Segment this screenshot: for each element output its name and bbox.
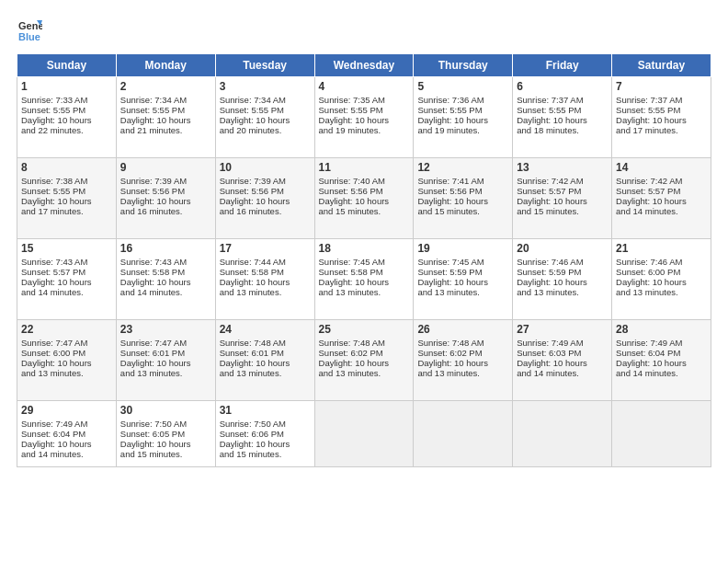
day-info-line: Daylight: 10 hours [616, 115, 707, 125]
day-info-line: Sunset: 6:01 PM [220, 348, 311, 358]
day-info-line: and 15 minutes. [220, 449, 311, 459]
day-info-line: Sunrise: 7:45 AM [417, 257, 508, 267]
day-info-line: and 19 minutes. [417, 125, 508, 135]
day-info-line: and 13 minutes. [517, 287, 608, 297]
day-info-line: and 13 minutes. [220, 287, 311, 297]
day-info-line: Sunset: 5:55 PM [517, 105, 608, 115]
day-info-line: Sunrise: 7:40 AM [319, 176, 410, 186]
day-info-line: and 15 minutes. [120, 449, 211, 459]
calendar-cell: 23Sunrise: 7:47 AMSunset: 6:01 PMDayligh… [116, 320, 215, 401]
weekday-header-wednesday: Wednesday [314, 54, 414, 77]
day-info-line: and 18 minutes. [517, 125, 608, 135]
day-info-line: Sunset: 5:56 PM [220, 186, 311, 196]
weekday-header-sunday: Sunday [17, 54, 117, 77]
day-info-line: and 17 minutes. [616, 125, 707, 135]
day-info-line: Sunset: 6:04 PM [616, 348, 707, 358]
day-info-line: Sunset: 5:55 PM [616, 105, 707, 115]
day-info-line: Sunrise: 7:34 AM [220, 95, 311, 105]
calendar-cell: 11Sunrise: 7:40 AMSunset: 5:56 PMDayligh… [314, 158, 414, 239]
weekday-header-row: SundayMondayTuesdayWednesdayThursdayFrid… [17, 54, 711, 77]
calendar-cell: 22Sunrise: 7:47 AMSunset: 6:00 PMDayligh… [17, 320, 117, 401]
day-info-line: Sunset: 6:00 PM [616, 267, 707, 277]
day-info-line: Sunset: 5:55 PM [120, 105, 211, 115]
header: General Blue [17, 17, 711, 42]
day-info-line: Sunset: 6:00 PM [21, 348, 112, 358]
day-number: 3 [220, 80, 311, 93]
calendar-cell: 12Sunrise: 7:41 AMSunset: 5:56 PMDayligh… [414, 158, 513, 239]
day-info-line: Daylight: 10 hours [517, 115, 608, 125]
week-row-4: 29Sunrise: 7:49 AMSunset: 6:04 PMDayligh… [17, 401, 711, 467]
day-info-line: Daylight: 10 hours [21, 358, 112, 368]
week-row-1: 8Sunrise: 7:38 AMSunset: 5:55 PMDaylight… [17, 158, 711, 239]
day-number: 2 [120, 80, 211, 93]
day-number: 29 [21, 404, 112, 417]
day-info-line: Sunrise: 7:49 AM [616, 338, 707, 348]
day-info-line: Daylight: 10 hours [21, 115, 112, 125]
day-info-line: Sunrise: 7:37 AM [517, 95, 608, 105]
weekday-header-tuesday: Tuesday [215, 54, 314, 77]
day-info-line: Sunset: 5:58 PM [120, 267, 211, 277]
day-info-line: Sunset: 5:55 PM [220, 105, 311, 115]
calendar-cell: 25Sunrise: 7:48 AMSunset: 6:02 PMDayligh… [314, 320, 414, 401]
day-info-line: Sunrise: 7:34 AM [120, 95, 211, 105]
calendar-cell: 28Sunrise: 7:49 AMSunset: 6:04 PMDayligh… [612, 320, 711, 401]
day-info-line: Sunset: 5:56 PM [319, 186, 410, 196]
day-number: 22 [21, 323, 112, 336]
day-info-line: Daylight: 10 hours [120, 115, 211, 125]
day-info-line: Daylight: 10 hours [120, 358, 211, 368]
day-info-line: Sunrise: 7:42 AM [616, 176, 707, 186]
week-row-3: 22Sunrise: 7:47 AMSunset: 6:00 PMDayligh… [17, 320, 711, 401]
day-info-line: Sunset: 6:05 PM [120, 429, 211, 439]
calendar-cell: 16Sunrise: 7:43 AMSunset: 5:58 PMDayligh… [116, 239, 215, 320]
calendar-cell: 15Sunrise: 7:43 AMSunset: 5:57 PMDayligh… [17, 239, 117, 320]
day-number: 31 [220, 404, 311, 417]
day-number: 26 [417, 323, 508, 336]
day-info-line: Sunset: 6:04 PM [21, 429, 112, 439]
day-info-line: Sunset: 5:58 PM [220, 267, 311, 277]
calendar-cell: 29Sunrise: 7:49 AMSunset: 6:04 PMDayligh… [17, 401, 117, 467]
day-info-line: Sunset: 5:56 PM [417, 186, 508, 196]
day-info-line: Sunrise: 7:46 AM [517, 257, 608, 267]
day-info-line: Daylight: 10 hours [517, 277, 608, 287]
day-number: 23 [120, 323, 211, 336]
day-info-line: Sunrise: 7:45 AM [319, 257, 410, 267]
day-info-line: Sunset: 5:59 PM [417, 267, 508, 277]
calendar-cell: 3Sunrise: 7:34 AMSunset: 5:55 PMDaylight… [215, 77, 314, 158]
calendar-cell: 2Sunrise: 7:34 AMSunset: 5:55 PMDaylight… [116, 77, 215, 158]
day-info-line: Sunrise: 7:48 AM [417, 338, 508, 348]
day-info-line: Daylight: 10 hours [417, 115, 508, 125]
day-info-line: Sunset: 5:58 PM [319, 267, 410, 277]
day-number: 27 [517, 323, 608, 336]
day-number: 18 [319, 242, 410, 255]
day-info-line: Daylight: 10 hours [417, 196, 508, 206]
calendar-cell: 4Sunrise: 7:35 AMSunset: 5:55 PMDaylight… [314, 77, 414, 158]
day-number: 15 [21, 242, 112, 255]
day-info-line: Daylight: 10 hours [517, 358, 608, 368]
day-info-line: and 20 minutes. [220, 125, 311, 135]
week-row-0: 1Sunrise: 7:33 AMSunset: 5:55 PMDaylight… [17, 77, 711, 158]
day-info-line: Sunrise: 7:49 AM [21, 419, 112, 429]
day-info-line: and 15 minutes. [319, 206, 410, 216]
day-number: 11 [319, 161, 410, 174]
day-info-line: and 14 minutes. [21, 449, 112, 459]
day-info-line: and 13 minutes. [220, 368, 311, 378]
day-info-line: Sunrise: 7:50 AM [220, 419, 311, 429]
day-number: 6 [517, 80, 608, 93]
day-info-line: Sunrise: 7:35 AM [319, 95, 410, 105]
day-info-line: Sunrise: 7:49 AM [517, 338, 608, 348]
day-info-line: Sunrise: 7:41 AM [417, 176, 508, 186]
day-number: 25 [319, 323, 410, 336]
day-number: 17 [220, 242, 311, 255]
calendar-cell: 1Sunrise: 7:33 AMSunset: 5:55 PMDaylight… [17, 77, 117, 158]
day-number: 28 [616, 323, 707, 336]
calendar-cell: 10Sunrise: 7:39 AMSunset: 5:56 PMDayligh… [215, 158, 314, 239]
calendar-cell: 21Sunrise: 7:46 AMSunset: 6:00 PMDayligh… [612, 239, 711, 320]
day-number: 19 [417, 242, 508, 255]
calendar-cell: 18Sunrise: 7:45 AMSunset: 5:58 PMDayligh… [314, 239, 414, 320]
day-number: 24 [220, 323, 311, 336]
day-number: 14 [616, 161, 707, 174]
day-info-line: and 15 minutes. [417, 206, 508, 216]
day-info-line: Sunrise: 7:43 AM [21, 257, 112, 267]
day-info-line: Sunrise: 7:47 AM [21, 338, 112, 348]
calendar-cell: 5Sunrise: 7:36 AMSunset: 5:55 PMDaylight… [414, 77, 513, 158]
